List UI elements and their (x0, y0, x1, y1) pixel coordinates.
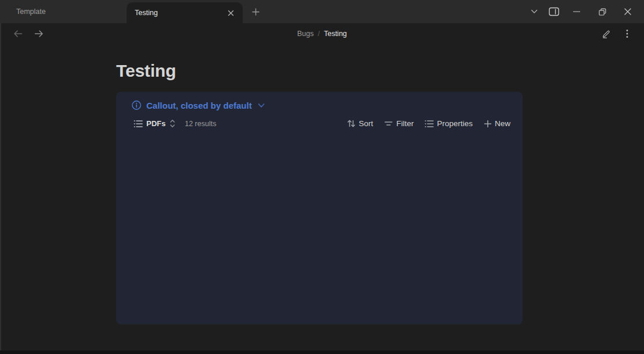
properties-list-icon (424, 120, 434, 128)
minimize-icon (573, 11, 580, 12)
new-label: New (495, 119, 510, 128)
nav-arrows (0, 26, 46, 41)
window-left-border (0, 23, 1, 354)
close-window-button[interactable] (615, 0, 641, 23)
new-tab-button[interactable] (247, 3, 264, 20)
filter-label: Filter (396, 119, 413, 128)
notion-window: Template Testing (0, 0, 644, 354)
close-icon (624, 8, 631, 15)
callout-label: Callout, closed by default (146, 101, 252, 110)
more-options-button[interactable] (620, 26, 635, 41)
header-actions (599, 26, 644, 41)
database-actions: Sort Filter Properties (346, 118, 511, 129)
sort-label: Sort (359, 119, 373, 128)
tab-close-button[interactable] (224, 6, 237, 19)
forward-button[interactable] (31, 26, 46, 41)
filter-icon (384, 120, 393, 127)
callout-toggle[interactable]: Callout, closed by default (116, 92, 523, 110)
plus-icon (484, 120, 492, 128)
tab-menu-button[interactable] (524, 0, 544, 23)
tab-bar: Template Testing (0, 0, 644, 23)
sidebar-layout-button[interactable] (544, 0, 564, 23)
plus-icon (252, 8, 260, 16)
database-toolbar: PDFs 12 results Sort Filter (116, 110, 523, 129)
chevron-down-icon (258, 103, 265, 108)
tab-label: Testing (135, 9, 224, 17)
page-title[interactable]: Testing (116, 61, 176, 81)
edit-pencil-icon (602, 29, 611, 38)
new-button[interactable]: New (483, 118, 511, 129)
back-button[interactable] (10, 26, 26, 41)
breadcrumb: Bugs / Testing (297, 30, 347, 38)
tab-template[interactable]: Template (0, 0, 127, 23)
filter-button[interactable]: Filter (383, 118, 414, 129)
back-arrow-icon (13, 30, 23, 38)
view-switcher-icon (170, 119, 175, 128)
content-header: Bugs / Testing (0, 23, 644, 44)
restore-button[interactable] (589, 0, 615, 23)
view-selector[interactable]: PDFs (134, 119, 175, 128)
restore-icon (599, 8, 606, 16)
chevron-down-icon (531, 9, 538, 14)
forward-arrow-icon (34, 30, 44, 38)
callout-block: Callout, closed by default PDFs 12 resul… (116, 92, 523, 324)
sidebar-layout-icon (549, 7, 559, 16)
properties-button[interactable]: Properties (424, 118, 473, 129)
tab-label: Template (16, 8, 46, 16)
sort-button[interactable]: Sort (346, 118, 374, 129)
view-name: PDFs (146, 119, 166, 128)
info-icon (131, 100, 142, 110)
results-count: 12 results (185, 120, 216, 128)
kebab-menu-icon (626, 29, 628, 38)
breadcrumb-parent[interactable]: Bugs (297, 30, 314, 38)
properties-label: Properties (437, 119, 473, 128)
tab-testing[interactable]: Testing (127, 2, 243, 23)
edit-button[interactable] (599, 26, 614, 41)
window-controls (524, 0, 644, 23)
window-bottom-edge (0, 351, 644, 354)
list-view-icon (134, 120, 143, 128)
breadcrumb-separator: / (318, 30, 319, 38)
sort-icon (347, 119, 356, 128)
close-icon (228, 10, 234, 16)
breadcrumb-current[interactable]: Testing (324, 30, 347, 38)
minimize-button[interactable] (564, 0, 589, 23)
